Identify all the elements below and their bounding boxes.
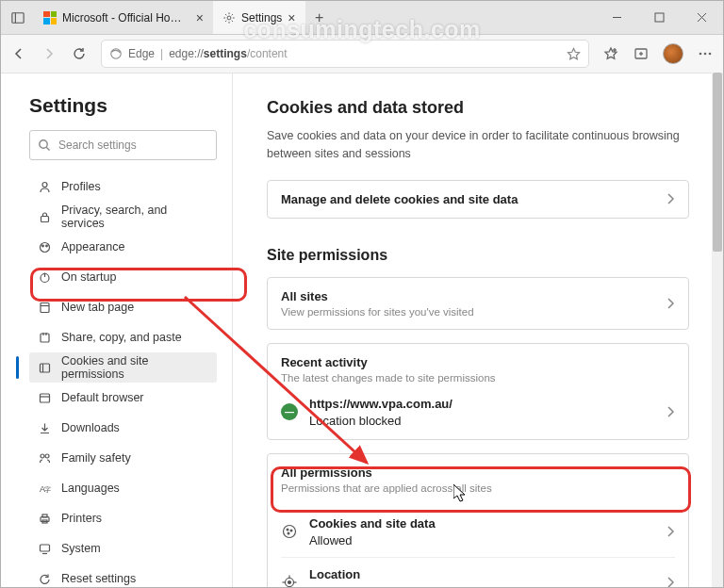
sidebar: Settings Search settings Profiles Privac… [1, 74, 233, 587]
collections-button[interactable] [633, 45, 650, 62]
svg-rect-39 [40, 545, 49, 551]
sidebar-item-appearance[interactable]: Appearance [29, 232, 217, 262]
favorite-icon[interactable] [567, 47, 581, 61]
sidebar-item-profiles[interactable]: Profiles [29, 172, 217, 202]
sidebar-item-label: Downloads [61, 421, 120, 434]
sidebar-item-newtab[interactable]: New tab page [29, 292, 217, 322]
gear-icon [222, 11, 236, 24]
site-host: https://www.vpa.com.au/ [309, 397, 654, 411]
sidebar-item-startup[interactable]: On startup [29, 262, 217, 292]
recent-site-item[interactable]: — https://www.vpa.com.au/ Location block… [281, 397, 675, 428]
manage-cookies-card[interactable]: Manage and delete cookies and site data [267, 180, 689, 219]
close-button[interactable] [681, 1, 723, 34]
all-sites-card[interactable]: All sites View permissions for sites you… [267, 277, 689, 330]
url-path: edge://settings/content [169, 47, 287, 60]
search-placeholder: Search settings [58, 139, 137, 152]
recent-activity-block: Recent activity The latest changes made … [267, 343, 689, 440]
perm-cookies[interactable]: Cookies and site dataAllowed [281, 507, 675, 557]
favorites-button[interactable] [602, 45, 619, 62]
perm-location[interactable]: LocationAsk first [281, 557, 675, 588]
permissions-icon [37, 360, 52, 375]
back-button[interactable] [10, 45, 27, 62]
svg-rect-28 [40, 364, 49, 372]
more-button[interactable] [697, 45, 714, 62]
svg-point-33 [45, 454, 49, 458]
recent-title: Recent activity [281, 355, 675, 369]
svg-point-47 [288, 532, 289, 534]
tab-label: Settings [241, 11, 282, 24]
search-icon [38, 139, 51, 152]
sidebar-item-languages[interactable]: A字Languages [29, 473, 217, 503]
address-bar[interactable]: Edge | edge://settings/content [101, 40, 589, 68]
svg-point-32 [41, 454, 44, 458]
search-input[interactable]: Search settings [29, 130, 217, 160]
all-permissions-block: All permissions Permissions that are app… [267, 453, 689, 588]
sidebar-item-cookies[interactable]: Cookies and site permissions [29, 352, 217, 383]
window: Microsoft - Official Home Page × Setting… [0, 0, 724, 588]
profile-icon [37, 179, 52, 194]
sidebar-item-privacy[interactable]: Privacy, search, and services [29, 202, 217, 232]
svg-line-17 [46, 147, 49, 150]
close-icon[interactable]: × [288, 11, 295, 24]
site-status: Location blocked [309, 414, 654, 428]
chevron-right-icon [666, 576, 675, 587]
sidebar-item-system[interactable]: System [29, 533, 217, 564]
sidebar-item-label: Cookies and site permissions [61, 354, 209, 381]
power-icon [37, 270, 52, 285]
svg-point-22 [45, 245, 47, 247]
profile-avatar[interactable] [663, 43, 683, 64]
sidebar-item-downloads[interactable]: Downloads [29, 413, 217, 443]
sidebar-item-label: Languages [61, 482, 120, 495]
card-title: Manage and delete cookies and site data [281, 192, 654, 206]
sidebar-item-label: Share, copy, and paste [61, 331, 182, 344]
tab-microsoft[interactable]: Microsoft - Official Home Page × [34, 1, 213, 34]
sidebar-item-label: Reset settings [61, 572, 136, 585]
svg-point-46 [290, 530, 292, 531]
main-panel: Cookies and data stored Save cookies and… [233, 74, 723, 587]
lock-icon [37, 209, 52, 224]
maximize-button[interactable] [638, 1, 681, 34]
tab-actions-icon[interactable] [1, 1, 34, 34]
sidebar-item-label: On startup [61, 270, 116, 284]
refresh-button[interactable] [71, 45, 88, 62]
sidebar-item-reset[interactable]: Reset settings [29, 564, 217, 587]
location-icon [281, 574, 298, 587]
card-subtitle: View permissions for sites you've visite… [281, 306, 654, 318]
site-favicon-icon: — [281, 403, 298, 420]
svg-point-18 [42, 182, 47, 187]
printer-icon [37, 511, 52, 526]
close-icon[interactable]: × [196, 11, 204, 24]
sidebar-item-share[interactable]: Share, copy, and paste [29, 322, 217, 352]
titlebar: Microsoft - Official Home Page × Setting… [1, 1, 723, 35]
svg-text:字: 字 [44, 486, 51, 493]
svg-point-20 [40, 242, 49, 252]
sidebar-item-family[interactable]: Family safety [29, 443, 217, 473]
sidebar-item-defaultbrowser[interactable]: Default browser [29, 383, 217, 413]
divider: | [160, 47, 163, 60]
language-icon: A字 [37, 481, 52, 496]
forward-button[interactable] [41, 45, 58, 62]
chevron-right-icon [666, 405, 675, 418]
svg-point-49 [288, 581, 291, 584]
perm-sub: Allowed [309, 533, 654, 547]
svg-rect-4 [655, 13, 664, 22]
card-title: All sites [281, 289, 654, 303]
svg-point-16 [40, 140, 47, 148]
svg-rect-25 [41, 302, 49, 312]
sidebar-item-printers[interactable]: Printers [29, 503, 217, 533]
content: Settings Search settings Profiles Privac… [1, 74, 723, 587]
settings-heading: Settings [29, 94, 217, 117]
new-tab-button[interactable]: + [305, 1, 334, 34]
scroll-thumb[interactable] [713, 73, 722, 252]
sidebar-item-label: Privacy, search, and services [61, 204, 209, 230]
svg-rect-0 [11, 12, 23, 23]
scrollbar[interactable] [712, 73, 723, 587]
svg-point-14 [704, 53, 707, 56]
minimize-button[interactable] [596, 1, 638, 34]
recent-sub: The latest changes made to site permissi… [281, 372, 675, 384]
svg-point-44 [284, 526, 296, 538]
sidebar-item-label: Family safety [61, 451, 131, 465]
tab-settings[interactable]: Settings × [213, 1, 305, 34]
nav-list: Profiles Privacy, search, and services A… [29, 172, 217, 587]
cookie-icon [281, 523, 298, 540]
